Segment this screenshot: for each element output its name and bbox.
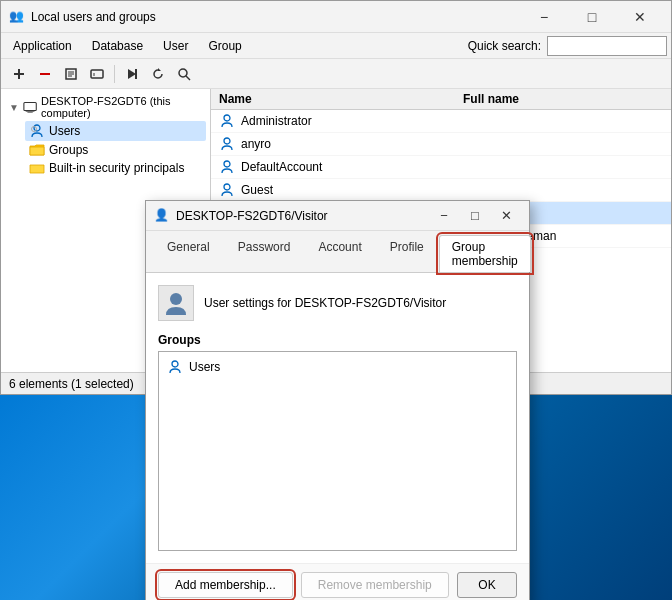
row-user-icon [219, 136, 235, 152]
row-name: anyro [241, 137, 457, 151]
sidebar-users-label: Users [49, 124, 80, 138]
groups-label: Groups [158, 333, 517, 347]
svg-point-25 [170, 293, 182, 305]
row-name: DefaultAccount [241, 160, 457, 174]
ok-button[interactable]: OK [457, 572, 517, 598]
list-item[interactable]: anyro [211, 133, 671, 156]
row-name: Administrator [241, 114, 457, 128]
list-item[interactable]: Administrator [211, 110, 671, 133]
dialog-footer: Add membership... Remove membership OK [146, 563, 529, 600]
main-window-controls: − □ ✕ [521, 4, 663, 30]
dialog-title-controls: − □ ✕ [429, 205, 521, 227]
dialog-content: User settings for DESKTOP-FS2GDT6/Visito… [146, 273, 529, 563]
close-button[interactable]: ✕ [617, 4, 663, 30]
list-item[interactable]: Guest [211, 179, 671, 202]
svg-rect-7 [91, 70, 103, 78]
tab-account[interactable]: Account [305, 235, 374, 272]
properties-icon [64, 67, 78, 81]
quick-search-area: Quick search: [468, 36, 667, 56]
toolbar-run-btn[interactable] [120, 63, 144, 85]
quick-search-label: Quick search: [468, 39, 541, 53]
svg-marker-9 [128, 69, 136, 79]
svg-point-26 [172, 361, 178, 367]
dialog-user-info: User settings for DESKTOP-FS2GDT6/Visito… [158, 285, 517, 321]
groups-container[interactable]: Users [158, 351, 517, 551]
status-text: 6 elements (1 selected) [9, 377, 134, 391]
action-icon [90, 67, 104, 81]
svg-point-12 [179, 69, 187, 77]
dialog-title-icon: 👤 [154, 208, 170, 224]
toolbar-action-btn[interactable] [85, 63, 109, 85]
svg-rect-14 [24, 103, 36, 111]
users-icon [29, 123, 45, 139]
svg-point-22 [224, 184, 230, 190]
tree-expand-icon: ▼ [9, 102, 19, 113]
toolbar-separator [114, 65, 115, 83]
dialog-close-btn[interactable]: ✕ [491, 205, 521, 227]
groups-icon [29, 143, 45, 157]
dialog-window: 👤 DESKTOP-FS2GDT6/Visitor − □ ✕ General … [145, 200, 530, 600]
dialog-minimize-btn[interactable]: − [429, 205, 459, 227]
dialog-user-text: User settings for DESKTOP-FS2GDT6/Visito… [204, 296, 446, 310]
add-icon [12, 67, 26, 81]
menu-database[interactable]: Database [84, 37, 151, 55]
tree-children: Users Groups Built-in security principal… [25, 121, 206, 177]
dialog-title-text: DESKTOP-FS2GDT6/Visitor [176, 209, 429, 223]
add-membership-button[interactable]: Add membership... [158, 572, 293, 598]
menu-bar: Application Database User Group Quick se… [1, 33, 671, 59]
sidebar-item-builtins[interactable]: Built-in security principals [25, 159, 206, 177]
search-icon [177, 67, 191, 81]
dialog-tabs: General Password Account Profile Group m… [146, 231, 529, 273]
svg-line-13 [186, 76, 190, 80]
menu-group[interactable]: Group [200, 37, 249, 55]
toolbar [1, 59, 671, 89]
tab-general[interactable]: General [154, 235, 223, 272]
maximize-button[interactable]: □ [569, 4, 615, 30]
row-user-icon [219, 182, 235, 198]
computer-icon [23, 99, 37, 115]
minimize-button[interactable]: − [521, 4, 567, 30]
svg-point-17 [34, 125, 40, 131]
toolbar-refresh-btn[interactable] [146, 63, 170, 85]
column-name: Name [219, 92, 463, 106]
tab-profile[interactable]: Profile [377, 235, 437, 272]
builtins-icon [29, 161, 45, 175]
dialog-title-bar: 👤 DESKTOP-FS2GDT6/Visitor − □ ✕ [146, 201, 529, 231]
tab-group-membership[interactable]: Group membership [439, 235, 531, 272]
group-users-icon [167, 359, 183, 375]
run-icon [125, 67, 139, 81]
avatar-icon [162, 289, 190, 317]
svg-rect-2 [40, 73, 50, 75]
toolbar-search-btn[interactable] [172, 63, 196, 85]
list-item[interactable]: DefaultAccount [211, 156, 671, 179]
remove-membership-button[interactable]: Remove membership [301, 572, 449, 598]
svg-marker-11 [158, 68, 161, 71]
dialog-maximize-btn[interactable]: □ [460, 205, 490, 227]
row-name: Guest [241, 183, 457, 197]
toolbar-properties-btn[interactable] [59, 63, 83, 85]
svg-point-21 [224, 161, 230, 167]
sidebar-item-groups[interactable]: Groups [25, 141, 206, 159]
main-window-icon: 👥 [9, 9, 25, 25]
group-item-users[interactable]: Users [163, 356, 512, 378]
sidebar-builtins-label: Built-in security principals [49, 161, 184, 175]
sidebar-groups-label: Groups [49, 143, 88, 157]
menu-application[interactable]: Application [5, 37, 80, 55]
svg-point-19 [224, 115, 230, 121]
row-user-icon [219, 159, 235, 175]
menu-user[interactable]: User [155, 37, 196, 55]
dialog-user-avatar [158, 285, 194, 321]
toolbar-remove-btn[interactable] [33, 63, 57, 85]
main-window-title: Local users and groups [31, 10, 521, 24]
list-header: Name Full name [211, 89, 671, 110]
tree-root[interactable]: ▼ DESKTOP-FS2GDT6 (this computer) [5, 93, 206, 121]
svg-point-20 [224, 138, 230, 144]
sidebar-item-users[interactable]: Users [25, 121, 206, 141]
group-item-label: Users [189, 360, 220, 374]
quick-search-input[interactable] [547, 36, 667, 56]
column-fullname: Full name [463, 92, 663, 106]
minus-icon [38, 67, 52, 81]
refresh-icon [151, 67, 165, 81]
tab-password[interactable]: Password [225, 235, 304, 272]
toolbar-add-btn[interactable] [7, 63, 31, 85]
